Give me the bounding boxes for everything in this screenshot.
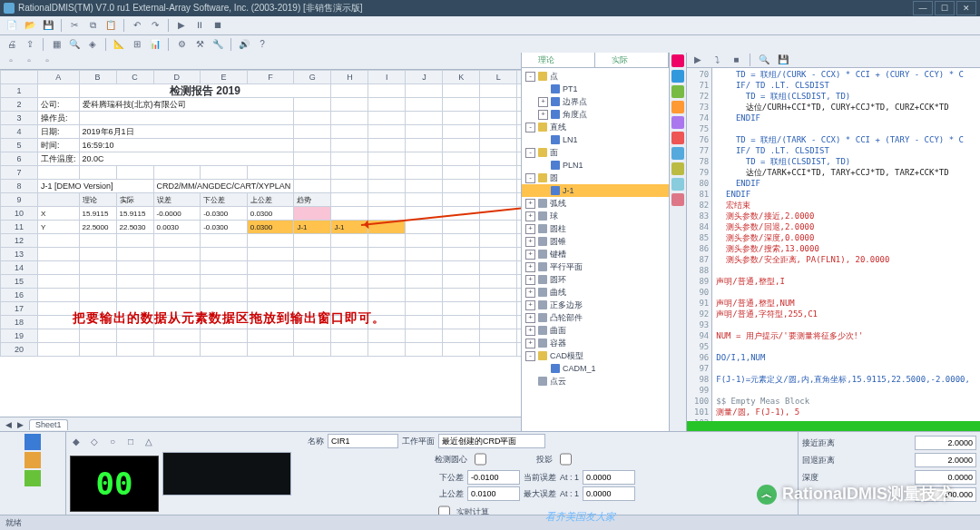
tool3-icon[interactable]: 🔧: [210, 36, 226, 53]
utol-input[interactable]: [467, 486, 520, 501]
name-input[interactable]: [328, 434, 398, 448]
approach-input[interactable]: [915, 436, 976, 450]
dock-icon-1[interactable]: ◆: [68, 434, 84, 450]
expand-icon[interactable]: +: [525, 288, 535, 298]
view3d-icon[interactable]: ◈: [84, 36, 101, 53]
tree-node[interactable]: +圆柱: [522, 222, 669, 235]
expand-icon[interactable]: -: [525, 123, 535, 132]
save-icon[interactable]: 💾: [40, 17, 56, 34]
side-icon-1[interactable]: [671, 54, 684, 67]
expand-icon[interactable]: +: [525, 326, 535, 336]
expand-icon[interactable]: -: [525, 173, 535, 183]
code-find-icon[interactable]: 🔍: [756, 52, 772, 68]
tree-node[interactable]: 点云: [522, 375, 669, 388]
dock-icon-2[interactable]: ◇: [86, 434, 103, 450]
expand-icon[interactable]: -: [525, 72, 535, 82]
copy-icon[interactable]: ⧉: [84, 17, 101, 34]
tree-node[interactable]: +圆锥: [522, 235, 669, 248]
tree-node[interactable]: -直线: [522, 121, 669, 133]
side-icon-9[interactable]: [671, 178, 684, 191]
ltol-input[interactable]: [467, 470, 520, 485]
sheet-tabs[interactable]: ◀▶ Sheet1: [0, 417, 521, 432]
tree-node[interactable]: +角度点: [522, 108, 669, 121]
align-icon[interactable]: ⊞: [129, 36, 145, 53]
paste-icon[interactable]: 📋: [103, 17, 119, 34]
maximize-button[interactable]: ☐: [935, 1, 955, 15]
tree-node[interactable]: +圆环: [522, 273, 669, 286]
tree-node[interactable]: PLN1PLN1: [522, 159, 669, 172]
tree-node[interactable]: +正多边形: [522, 299, 669, 311]
zoom-icon[interactable]: 🔍: [66, 36, 83, 53]
expand-icon[interactable]: -: [525, 148, 535, 158]
expand-icon[interactable]: +: [525, 313, 535, 323]
dock-tool-icon[interactable]: [24, 452, 41, 468]
expand-icon[interactable]: +: [525, 275, 535, 285]
code-editor[interactable]: 7071727374757677787980818283848586878889…: [687, 68, 980, 421]
side-icon-6[interactable]: [671, 132, 684, 144]
detect-checkbox[interactable]: [475, 453, 486, 466]
code-save-icon[interactable]: 💾: [775, 52, 791, 68]
tool1-icon[interactable]: ⚙: [173, 36, 190, 53]
curdev-input[interactable]: [583, 470, 635, 485]
maxdev-input[interactable]: [583, 486, 635, 501]
run-icon[interactable]: ▶: [173, 17, 190, 34]
tree-node[interactable]: +边界点: [522, 95, 669, 108]
pause-icon[interactable]: ⏸: [191, 17, 208, 34]
sheet-save-icon[interactable]: ▫: [39, 53, 55, 69]
dock-icon-4[interactable]: □: [122, 434, 139, 450]
side-icon-8[interactable]: [671, 162, 684, 175]
tree-node[interactable]: +容器: [522, 337, 669, 349]
print-icon[interactable]: 🖨: [4, 36, 20, 53]
close-button[interactable]: ✕: [956, 1, 976, 15]
expand-icon[interactable]: +: [525, 199, 535, 209]
side-icon-7[interactable]: [671, 147, 684, 160]
help-icon[interactable]: ?: [254, 36, 270, 53]
stop-icon[interactable]: ⏹: [210, 17, 226, 34]
side-icon-3[interactable]: [671, 85, 684, 98]
expand-icon[interactable]: +: [538, 110, 548, 120]
code-run-icon[interactable]: ▶: [690, 52, 706, 68]
proj-checkbox[interactable]: [560, 453, 572, 466]
voice-icon[interactable]: 🔊: [236, 36, 252, 53]
tree-node[interactable]: -点: [522, 70, 669, 83]
tree-node[interactable]: PT1PT1: [522, 83, 669, 95]
dock-icon-3[interactable]: ○: [104, 434, 121, 450]
tree-node[interactable]: +平行平面: [522, 260, 669, 273]
side-icon-2[interactable]: [671, 70, 684, 83]
grid-icon[interactable]: ▦: [48, 36, 64, 53]
cut-icon[interactable]: ✂: [66, 17, 83, 34]
expand-icon[interactable]: +: [538, 97, 548, 107]
expand-icon[interactable]: +: [525, 300, 535, 310]
depth-input[interactable]: [915, 470, 976, 485]
measure-icon[interactable]: 📐: [111, 36, 127, 53]
expand-icon[interactable]: +: [525, 339, 535, 348]
expand-icon[interactable]: +: [525, 237, 535, 247]
report-icon[interactable]: 📊: [147, 36, 163, 53]
code-step-icon[interactable]: ⤵: [709, 52, 725, 68]
minimize-button[interactable]: —: [913, 1, 933, 15]
redo-icon[interactable]: ↷: [147, 17, 163, 34]
tree-node[interactable]: -圆: [522, 172, 669, 184]
new-file-icon[interactable]: 📄: [4, 17, 20, 34]
export-icon[interactable]: ⇪: [22, 36, 38, 53]
side-icon-5[interactable]: [671, 116, 684, 129]
expand-icon[interactable]: +: [525, 262, 535, 272]
expand-icon[interactable]: +: [525, 211, 535, 221]
expand-icon[interactable]: +: [525, 250, 535, 260]
tab-sheet1[interactable]: Sheet1: [29, 419, 68, 430]
sheet-open-icon[interactable]: ▫: [21, 53, 37, 69]
dock-icon-5[interactable]: △: [141, 434, 157, 450]
code-stop-icon[interactable]: ■: [728, 52, 744, 68]
sheet-new-icon[interactable]: ▫: [3, 53, 19, 69]
workplane-input[interactable]: [438, 434, 545, 448]
tree-node[interactable]: CADM_1Man_part_山鸡哥子.stp: [522, 362, 669, 375]
tree-node[interactable]: +键槽: [522, 248, 669, 260]
tree-node[interactable]: LN1LN1: [522, 133, 669, 146]
tree-node[interactable]: +弧线: [522, 197, 669, 210]
side-icon-4[interactable]: [671, 101, 684, 113]
feature-tree[interactable]: -点PT1PT1+边界点+角度点-直线LN1LN1-面PLN1PLN1-圆J-1…: [522, 68, 669, 432]
tree-node[interactable]: +曲面: [522, 324, 669, 337]
tree-node[interactable]: J-1J-1: [522, 184, 669, 197]
tree-node[interactable]: +凸轮部件: [522, 311, 669, 324]
tree-node[interactable]: +曲线: [522, 286, 669, 299]
